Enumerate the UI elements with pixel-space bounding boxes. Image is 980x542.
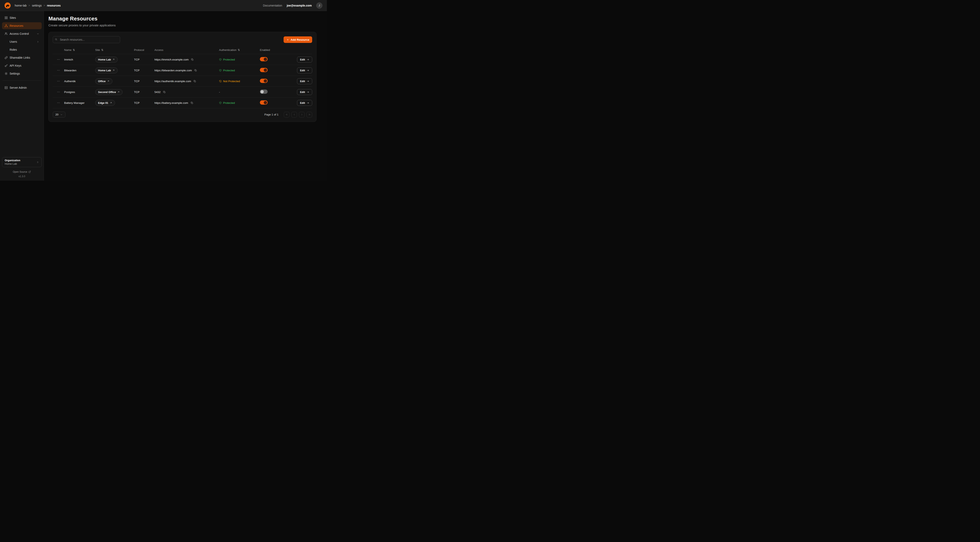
ellipsis-icon — [57, 101, 60, 104]
row-menu-button[interactable] — [56, 89, 61, 94]
enabled-cell — [260, 79, 288, 84]
prev-page-button[interactable] — [291, 112, 297, 118]
app-shell: Sites Resources Access Control Users Rol — [0, 11, 327, 181]
copy-button[interactable] — [193, 80, 197, 83]
ellipsis-icon — [57, 80, 60, 83]
row-menu-cell — [53, 68, 64, 73]
copy-button[interactable] — [162, 90, 166, 94]
row-menu-button[interactable] — [56, 68, 61, 73]
arrow-right-icon — [307, 102, 309, 104]
breadcrumb-settings[interactable]: settings — [32, 4, 42, 7]
documentation-link[interactable]: Documentation — [263, 4, 282, 7]
site-link[interactable]: Edge 01 — [95, 100, 115, 106]
resource-access: https://authentik.example.com — [154, 80, 191, 83]
enabled-cell — [260, 68, 288, 73]
search-input[interactable] — [53, 36, 120, 43]
enabled-toggle[interactable] — [260, 100, 267, 105]
organization-label: Organization — [5, 159, 20, 162]
open-source-link[interactable]: Open Source — [2, 171, 42, 173]
arrow-up-right-icon — [112, 69, 115, 72]
sidebar-item-sites[interactable]: Sites — [2, 14, 42, 21]
page-title: Manage Resources — [48, 16, 321, 22]
sidebar-item-roles[interactable]: Roles — [2, 46, 42, 53]
site-link[interactable]: Home Lab — [95, 57, 118, 62]
arrow-right-icon — [307, 80, 309, 83]
header-authentication[interactable]: Authentication ⇅ — [219, 48, 260, 51]
header-name-label: Name — [64, 48, 72, 51]
organization-select[interactable]: Organization Home Lab — [2, 157, 42, 167]
table-header: Name ⇅ Site ⇅ Protocol Access — [53, 46, 312, 54]
header-name[interactable]: Name ⇅ — [64, 48, 95, 51]
sidebar-item-users[interactable]: Users — [2, 38, 42, 45]
row-menu-button[interactable] — [56, 57, 61, 62]
sidebar-item-resources[interactable]: Resources — [2, 22, 42, 29]
enabled-toggle[interactable] — [260, 68, 267, 72]
edit-button-label: Edit — [300, 58, 305, 61]
arrow-up-right-icon — [107, 80, 110, 82]
page-subtitle: Create secure proxies to your private ap… — [48, 24, 321, 27]
sidebar-item-api-keys[interactable]: API Keys — [2, 62, 42, 69]
add-resource-button[interactable]: Add Resource — [283, 37, 312, 43]
copy-icon — [194, 69, 197, 72]
page-info: Page 1 of 1 — [264, 113, 278, 116]
sidebar-item-settings[interactable]: Settings — [2, 70, 42, 77]
copy-button[interactable] — [194, 69, 197, 72]
site-link[interactable]: Second Office — [95, 89, 123, 95]
site-link[interactable]: Office — [95, 78, 112, 84]
page-size-value: 20 — [56, 113, 59, 116]
ellipsis-icon — [57, 90, 60, 94]
edit-button[interactable]: Edit — [297, 57, 312, 62]
auth-status-label: Protected — [223, 69, 235, 72]
sidebar-item-shareable-links[interactable]: Shareable Links — [2, 54, 42, 61]
auth-status: Protected — [219, 69, 260, 72]
sidebar-spacer — [2, 91, 42, 157]
user-email: joe@example.com — [286, 4, 312, 7]
enabled-toggle[interactable] — [260, 89, 267, 94]
enabled-toggle[interactable] — [260, 57, 267, 61]
copy-button[interactable] — [191, 58, 194, 61]
sidebar-item-label: Server Admin — [10, 86, 27, 89]
table-row: Bitwarden Home Lab TCP https://bitwarden… — [53, 65, 312, 76]
header-access-label: Access — [154, 48, 164, 51]
external-link-icon — [29, 171, 31, 173]
sidebar-item-access-control[interactable]: Access Control — [2, 30, 42, 37]
edit-button[interactable]: Edit — [297, 100, 312, 106]
edit-button[interactable]: Edit — [297, 67, 312, 73]
edit-button[interactable]: Edit — [297, 78, 312, 84]
breadcrumb-resources[interactable]: resources — [47, 4, 60, 7]
grid-icon — [5, 16, 8, 19]
site-link[interactable]: Home Lab — [95, 67, 118, 73]
footer-right: Page 1 of 1 — [264, 112, 312, 118]
resource-access: https://immich.example.com — [154, 58, 189, 61]
chevrons-left-icon — [285, 113, 288, 116]
sort-icon: ⇅ — [101, 48, 103, 51]
arrow-right-icon — [307, 58, 309, 61]
access-cell: https://bitwarden.example.com — [154, 69, 219, 72]
row-menu-button[interactable] — [56, 100, 61, 105]
waypoints-icon — [5, 24, 8, 27]
row-menu-button[interactable] — [56, 79, 61, 84]
sidebar-item-label: Users — [10, 40, 17, 43]
next-page-button[interactable] — [299, 112, 305, 118]
last-page-button[interactable] — [307, 112, 312, 118]
app-logo — [5, 2, 11, 9]
copy-button[interactable] — [190, 101, 194, 105]
page-size-select[interactable]: 20 — [53, 112, 65, 118]
breadcrumb-org[interactable]: home-lab — [15, 4, 27, 7]
header-site[interactable]: Site ⇅ — [95, 48, 134, 51]
enabled-toggle[interactable] — [260, 79, 267, 83]
arrow-up-right-icon — [112, 58, 115, 61]
edit-button-label: Edit — [300, 80, 305, 83]
header-protocol-label: Protocol — [134, 48, 144, 51]
table-row: Battery Manager Edge 01 TCP https://batt… — [53, 97, 312, 108]
user-avatar[interactable]: J — [316, 2, 322, 9]
enabled-cell — [260, 89, 288, 94]
resource-access: https://bitwarden.example.com — [154, 69, 192, 72]
topbar: home-lab > settings > resources Document… — [0, 0, 327, 11]
sidebar-item-label: Shareable Links — [10, 56, 30, 59]
first-page-button[interactable] — [284, 112, 290, 118]
copy-icon — [194, 80, 196, 83]
sidebar-item-server-admin[interactable]: Server Admin — [2, 84, 42, 91]
edit-button[interactable]: Edit — [297, 89, 312, 95]
organization-texts: Organization Home Lab — [5, 159, 20, 165]
